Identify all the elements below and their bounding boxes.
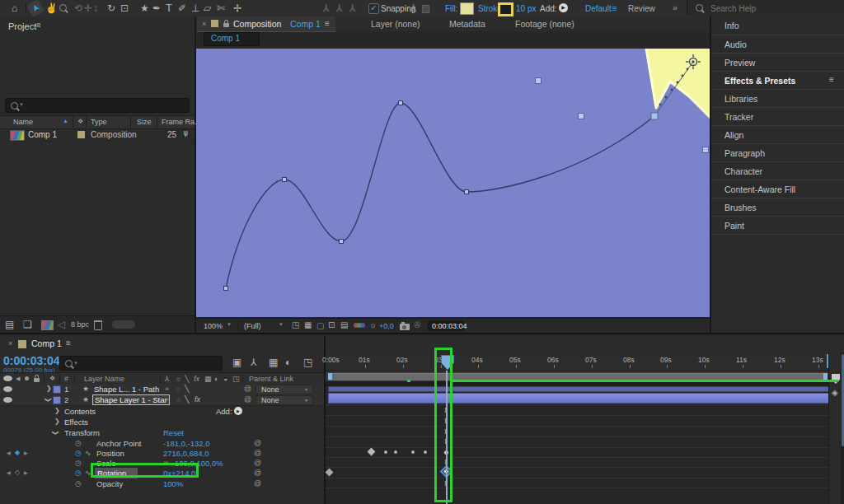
timeline-search-field[interactable]: ▼	[59, 356, 223, 371]
property-value[interactable]: -181,0,-132,0	[163, 439, 210, 448]
label-color-swatch[interactable]	[77, 131, 85, 138]
home-icon[interactable]: ⌂	[12, 3, 17, 13]
next-keyframe-icon[interactable]: ▶	[24, 450, 28, 455]
expander-icon[interactable]: ❯	[54, 407, 60, 414]
position-row[interactable]: ◀ ◆ ▶ ◷ ∿ Position 2716,0,684,0 @	[0, 448, 324, 458]
add-button[interactable]: ▶	[234, 407, 242, 415]
expander-icon[interactable]: ❯	[52, 430, 59, 436]
keyframe-at-time-icon[interactable]: ◆	[15, 449, 20, 456]
project-tab[interactable]: Project	[8, 21, 36, 31]
workspace-review-tab[interactable]: Review	[628, 4, 655, 13]
position-roving-keyframe[interactable]	[424, 450, 427, 454]
anchor-point-row[interactable]: ◷ Anchor Point -181,0,-132,0 @	[0, 438, 324, 448]
search-dropdown-icon[interactable]: ▼	[73, 361, 78, 366]
workspace-default-tab[interactable]: Default	[585, 4, 612, 13]
viewer-timecode-box[interactable]: 0:00:03:04	[428, 320, 464, 331]
sidebar-item-character[interactable]: Character	[711, 161, 844, 180]
channel-icon[interactable]	[354, 322, 365, 329]
sidebar-item-info[interactable]: Info	[711, 16, 844, 35]
close-icon[interactable]: ×	[8, 339, 12, 348]
work-area-start-handle[interactable]	[328, 373, 332, 380]
sidebar-item-align[interactable]: Align	[711, 125, 844, 144]
visibility-toggle[interactable]	[3, 386, 12, 392]
workspace-menu-icon[interactable]: ≡	[612, 3, 617, 13]
orbit-camera-tool[interactable]: ⟲	[74, 3, 82, 13]
quality-switch[interactable]: ☼	[175, 395, 181, 404]
comp-color-swatch[interactable]	[18, 340, 26, 348]
composition-tab-label[interactable]: Composition	[233, 19, 281, 29]
metadata-tab[interactable]: Metadata	[449, 19, 485, 29]
interpret-footage-icon[interactable]: ◁	[58, 320, 65, 329]
pickwhip-icon[interactable]: @	[254, 459, 261, 467]
project-search-field[interactable]: ▼	[5, 98, 190, 113]
panel-menu-icon[interactable]: ≡	[325, 20, 330, 28]
stopwatch-icon[interactable]: ◷	[75, 469, 82, 477]
sidebar-item-preview[interactable]: Preview	[711, 53, 844, 72]
sort-ascending-icon[interactable]: ▲	[63, 118, 68, 124]
hand-tool[interactable]: ✌	[45, 3, 58, 13]
project-item-name[interactable]: Comp 1	[28, 130, 57, 139]
parent-value[interactable]: None	[261, 396, 279, 404]
resolution-dropdown-icon[interactable]: ▼	[279, 322, 284, 327]
visibility-toggle[interactable]	[3, 397, 12, 403]
layer-name[interactable]: Shape L... 1 - Path	[94, 385, 159, 394]
selection-tool[interactable]: ➤	[26, 0, 45, 17]
pickwhip-icon[interactable]: @	[254, 469, 261, 477]
puppet-pin-tool[interactable]: ✢	[233, 3, 241, 13]
stroke-width-value[interactable]: 10 px	[516, 4, 536, 13]
resolution-value[interactable]: (Full)	[244, 322, 261, 330]
parent-pickwhip-icon[interactable]: @	[244, 395, 251, 404]
scrollbar-thumb[interactable]	[842, 354, 844, 446]
transform-label[interactable]: Transform	[64, 428, 100, 437]
stopwatch-icon[interactable]: ◷	[75, 479, 82, 488]
workspace-overflow-icon[interactable]: »	[673, 2, 678, 12]
new-folder-icon[interactable]: ❏	[23, 320, 32, 329]
help-search-input[interactable]	[709, 2, 836, 15]
snap-axis-icon[interactable]: ⅄	[410, 3, 416, 13]
prev-keyframe-icon[interactable]: ◀	[7, 450, 11, 455]
project-item-row[interactable]: Comp 1 Composition 25 ⋔	[0, 128, 195, 142]
footage-tab[interactable]: Footage (none)	[515, 19, 574, 29]
property-label[interactable]: Position	[96, 449, 124, 458]
column-type[interactable]: Type	[91, 118, 107, 126]
comp-color-swatch[interactable]	[211, 20, 218, 27]
position-roving-keyframe[interactable]	[384, 450, 387, 454]
add-button[interactable]: ▶	[559, 3, 568, 12]
exposure-value[interactable]: +0,0	[379, 322, 394, 330]
layer-color-swatch[interactable]	[53, 396, 61, 404]
type-tool[interactable]: T	[166, 2, 172, 13]
layer-name-column[interactable]: Layer Name	[84, 375, 124, 383]
sidebar-item-paragraph[interactable]: Paragraph	[711, 143, 844, 162]
frame-blending-icon[interactable]: ◐	[285, 357, 291, 367]
expander-icon[interactable]: ❯	[45, 397, 52, 403]
position-roving-keyframe[interactable]	[394, 450, 397, 454]
sidebar-item-content-aware-fill[interactable]: Content-Aware Fill	[711, 180, 844, 198]
shy-icon[interactable]: ▦	[269, 357, 278, 367]
region-of-interest-icon[interactable]: ⊡	[328, 321, 335, 329]
viewer-subtab[interactable]: Comp 1	[204, 32, 260, 46]
layer-color-swatch[interactable]	[53, 385, 61, 394]
show-snapshot-icon[interactable]: ✇	[414, 321, 420, 329]
graph-icon[interactable]: ∿	[85, 449, 91, 457]
mini-flowchart-icon[interactable]: ▣	[232, 357, 241, 367]
layer-row-2[interactable]: ❯ 2 ★ Shape Layer 1 - Star ⌖ ☼ ╲ fx @ No…	[0, 394, 324, 406]
time-ruler[interactable]: 0:00s 01s 02s 03s 04s 05s 06s 07s 08s 09…	[326, 352, 841, 371]
project-menu-icon[interactable]: ≡	[36, 21, 41, 30]
contents-label[interactable]: Contents	[64, 407, 96, 416]
sidebar-item-brushes[interactable]: Brushes	[711, 198, 844, 217]
collapse-switch[interactable]: ⌖	[165, 395, 169, 404]
timeline-tab-label[interactable]: Comp 1	[31, 338, 62, 348]
viewer-subtab-label[interactable]: Comp 1	[211, 34, 240, 43]
sidebar-item-paint[interactable]: Paint	[711, 216, 844, 235]
sidebar-item-effects-presets[interactable]: Effects & Presets ≡	[711, 71, 844, 90]
new-composition-icon[interactable]	[41, 320, 54, 330]
clone-stamp-tool[interactable]: ⊥	[191, 3, 199, 13]
pen-tool[interactable]: ✒	[152, 3, 161, 13]
footage-icon[interactable]: ▤	[5, 320, 14, 329]
local-axis-mode-icon[interactable]: ⅄	[323, 3, 329, 13]
opacity-row[interactable]: ◷ Opacity 100% @	[0, 478, 324, 488]
exposure-icon[interactable]: ☼	[369, 321, 377, 329]
pan-camera-tool[interactable]: ✛	[84, 3, 92, 13]
grid-guides-icon[interactable]: ▤	[340, 321, 348, 329]
zoom-dropdown-icon[interactable]: ▼	[227, 322, 232, 327]
